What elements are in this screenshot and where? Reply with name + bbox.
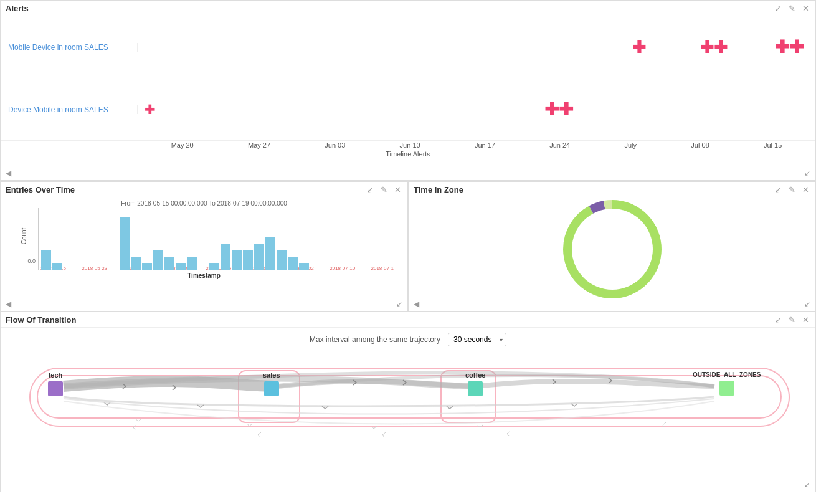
- entries-panel: Entries Over Time ⤢ ✎ ✕ From 2018-05-15 …: [0, 181, 408, 311]
- chart-bar: [187, 257, 197, 270]
- entries-expand-icon[interactable]: ⤢: [365, 184, 375, 194]
- alert-label-2: Device Mobile in room SALES: [1, 105, 138, 114]
- timeline-caption: Timeline Alerts: [1, 149, 815, 160]
- chart-bar: [153, 250, 163, 270]
- chart-bar: [176, 263, 186, 270]
- alerts-close-icon[interactable]: ✕: [800, 3, 810, 13]
- zone-outside-box: [719, 381, 734, 396]
- alerts-title: Alerts: [6, 4, 29, 13]
- alert-row-2: Device Mobile in room SALES ✚ ✚✚: [1, 78, 815, 141]
- chart-bar: [41, 250, 51, 270]
- alert-marker-2-1: ✚: [145, 103, 155, 116]
- donut-container: [409, 197, 815, 300]
- alert-timeline-1: ✚ ✚✚ ✚✚: [138, 16, 815, 78]
- flow-oval-inner: [37, 375, 782, 419]
- chart-bar: [120, 217, 130, 270]
- flow-dropdown-wrapper[interactable]: 30 seconds 1 minute 5 minutes 10 minutes…: [448, 333, 506, 346]
- flow-controls: Max interval among the same trajectory 3…: [11, 333, 805, 346]
- middle-row: Entries Over Time ⤢ ✎ ✕ From 2018-05-15 …: [0, 181, 816, 311]
- zone-tech: tech: [48, 371, 63, 396]
- x-axis-title: Timestamp: [7, 272, 401, 279]
- timeline-label-6: Jun 24: [549, 141, 570, 149]
- entries-resize[interactable]: ↙: [396, 300, 402, 308]
- entries-edit-icon[interactable]: ✎: [379, 184, 389, 194]
- zone-outside-label: OUTSIDE_ALL_ZONES: [693, 371, 761, 378]
- flow-edit-icon[interactable]: ✎: [787, 315, 797, 325]
- alert-marker-1-3: ✚✚: [775, 39, 804, 56]
- flow-dropdown[interactable]: 30 seconds 1 minute 5 minutes 10 minutes: [448, 333, 506, 346]
- zone-tech-box: [48, 381, 63, 396]
- timeline-label-8: Jul 08: [691, 141, 709, 149]
- chart-bar: [142, 263, 152, 270]
- y-axis-label: Count: [21, 228, 27, 245]
- alert-label-1: Mobile Device in room SALES: [1, 43, 138, 52]
- timeline-label-4: Jun 10: [400, 141, 420, 149]
- alerts-nav-left[interactable]: ◀: [6, 169, 11, 178]
- timeinzone-panel: Time In Zone ⤢ ✎ ✕ ◀ ↙: [408, 181, 816, 311]
- flow-header: Flow Of Transition ⤢ ✎ ✕: [1, 312, 815, 328]
- chart-bar: [243, 250, 253, 270]
- entries-title: Entries Over Time: [6, 185, 75, 194]
- timeinzone-panel-icons: ⤢ ✎ ✕: [773, 184, 810, 194]
- svg-point-4: [581, 218, 643, 280]
- flow-title: Flow Of Transition: [6, 315, 76, 325]
- zone-coffee-box: [468, 381, 483, 396]
- donut-chart: [556, 193, 668, 305]
- timeline-label-5: Jun 17: [475, 141, 495, 149]
- y-tick-labels: 0.0: [27, 208, 38, 264]
- timeinzone-resize[interactable]: ↙: [804, 300, 810, 308]
- zone-coffee-label: coffee: [465, 371, 485, 379]
- entries-panel-icons: ⤢ ✎ ✕: [365, 184, 402, 194]
- flow-expand-icon[interactable]: ⤢: [773, 315, 783, 325]
- alerts-panel-icons: ⤢ ✎ ✕: [773, 3, 810, 13]
- timeline-label-9: Jul 15: [764, 141, 782, 149]
- timeinzone-edit-icon[interactable]: ✎: [787, 184, 797, 194]
- timeinzone-title: Time In Zone: [414, 185, 463, 194]
- chart-wrapper: Count 0.0: [27, 208, 396, 264]
- alerts-resize[interactable]: ↙: [804, 169, 810, 178]
- zone-tech-label: tech: [49, 371, 63, 379]
- flow-diagram: tech sales coffee OUTSIDE_ALL_ZONES: [11, 356, 805, 468]
- alert-marker-2-2: ✚✚: [544, 101, 573, 118]
- chart-bar: [164, 257, 174, 270]
- flow-resize[interactable]: ↙: [804, 480, 810, 489]
- timeline-label-2: May 27: [248, 141, 270, 149]
- chart-bar: [131, 257, 141, 270]
- entries-header: Entries Over Time ⤢ ✎ ✕: [1, 182, 407, 197]
- zone-sales: sales: [263, 371, 280, 396]
- entries-close-icon[interactable]: ✕: [392, 184, 402, 194]
- chart-bar: [265, 237, 275, 270]
- chart-bar: [209, 263, 219, 270]
- chart-bars: [38, 208, 396, 270]
- alert-marker-1-2: ✚✚: [700, 39, 728, 55]
- chart-bar: [254, 244, 264, 270]
- alerts-edit-icon[interactable]: ✎: [787, 3, 797, 13]
- alerts-expand-icon[interactable]: ⤢: [773, 3, 783, 13]
- chart-bar: [299, 263, 309, 270]
- timeline-label-1: May 20: [171, 141, 194, 149]
- entries-nav-left[interactable]: ◀: [6, 300, 11, 308]
- entries-subtitle: From 2018-05-15 00:00:00.000 To 2018-07-…: [7, 200, 401, 207]
- alerts-content: Mobile Device in room SALES ✚ ✚✚ ✚✚ Devi…: [1, 16, 815, 141]
- zone-coffee: coffee: [465, 371, 485, 396]
- entries-chart: From 2018-05-15 00:00:00.000 To 2018-07-…: [1, 197, 407, 294]
- flow-panel: Flow Of Transition ⤢ ✎ ✕ Max interval am…: [0, 311, 816, 492]
- alerts-panel: Alerts ⤢ ✎ ✕ Mobile Device in room SALES…: [0, 0, 816, 181]
- alerts-header: Alerts ⤢ ✎ ✕: [1, 1, 815, 16]
- alert-marker-1-1: ✚: [632, 39, 646, 55]
- timeline-label-3: Jun 03: [325, 141, 345, 149]
- flow-content: Max interval among the same trajectory 3…: [1, 328, 815, 483]
- flow-close-icon[interactable]: ✕: [800, 315, 810, 325]
- timeline-label-7: July: [625, 141, 637, 149]
- timeinzone-close-icon[interactable]: ✕: [800, 184, 810, 194]
- alert-row-1: Mobile Device in room SALES ✚ ✚✚ ✚✚: [1, 16, 815, 78]
- flow-panel-icons: ⤢ ✎ ✕: [773, 315, 810, 325]
- chart-bar: [52, 263, 62, 270]
- zone-sales-label: sales: [263, 371, 280, 379]
- chart-bar: [221, 244, 230, 270]
- timeinzone-nav-left[interactable]: ◀: [414, 300, 419, 308]
- zone-sales-box: [264, 381, 279, 396]
- timeinzone-expand-icon[interactable]: ⤢: [773, 184, 783, 194]
- alert-timeline-2: ✚ ✚✚: [138, 78, 815, 140]
- timeline-axis: May 20 May 27 Jun 03 Jun 10 Jun 17 Jun 2…: [1, 141, 815, 149]
